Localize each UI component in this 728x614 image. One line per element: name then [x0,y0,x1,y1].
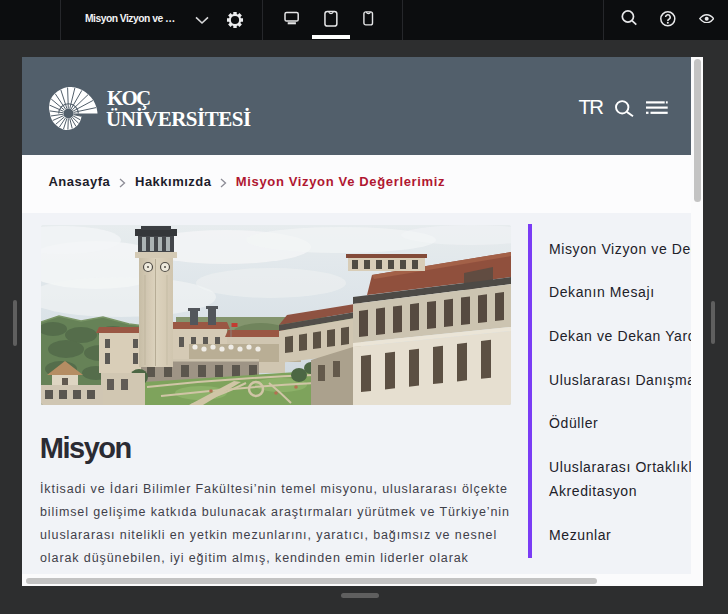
svg-text:ÜNİVERSİTESİ: ÜNİVERSİTESİ [106,107,251,131]
svg-text:KOÇ: KOÇ [107,86,150,110]
